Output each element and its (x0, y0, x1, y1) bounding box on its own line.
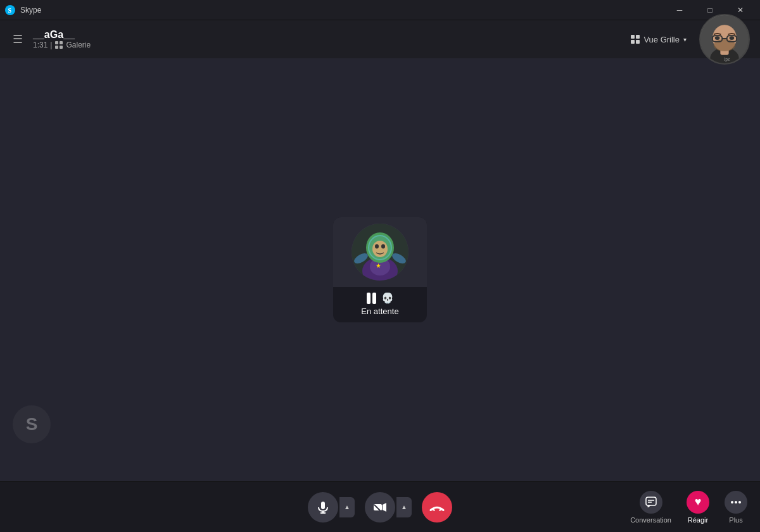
header-left: ☰ __aGa__ 1:31 | Galerie (10, 29, 91, 49)
call-header: ☰ __aGa__ 1:31 | Galerie (0, 20, 760, 58)
conversation-button[interactable]: Conversation (630, 491, 671, 524)
user-avatar-inner: ipz (700, 15, 749, 63)
mic-chevron-button[interactable]: ▲ (339, 497, 355, 517)
mic-group: ▲ (308, 492, 355, 522)
participant-avatar-svg: ★ (352, 224, 408, 281)
end-call-button[interactable] (422, 492, 452, 522)
chevron-down-icon: ▾ (683, 36, 687, 43)
svg-point-37 (731, 501, 733, 504)
skull-icon: 💀 (381, 292, 394, 304)
toolbar-center: ▲ ▲ (308, 492, 452, 522)
skype-watermark: S (13, 405, 51, 443)
svg-rect-5 (60, 46, 63, 49)
svg-point-22 (372, 241, 388, 257)
svg-rect-4 (55, 46, 58, 49)
end-call-icon (429, 500, 445, 515)
svg-point-38 (735, 501, 737, 504)
avatar-svg: ipz (700, 14, 749, 65)
titlebar-left: S Skype (5, 5, 41, 15)
svg-point-14 (715, 36, 720, 40)
svg-rect-2 (55, 41, 58, 44)
header-right: Vue Grille ▾ (626, 14, 750, 65)
svg-rect-34 (646, 497, 656, 505)
svg-rect-3 (60, 41, 63, 44)
toolbar-right: Conversation ♥ Réagir Plus (452, 491, 747, 524)
react-icon: ♥ (687, 491, 709, 514)
pause-bar-left (367, 293, 370, 304)
call-info: __aGa__ 1:31 | Galerie (33, 29, 91, 49)
gallery-label: Galerie (66, 41, 91, 49)
video-chevron-button[interactable]: ▲ (396, 497, 412, 517)
call-content: ★ 💀 En attente S (0, 58, 760, 481)
participant-status-row: 💀 (359, 287, 402, 307)
conversation-label: Conversation (630, 516, 671, 524)
view-label: Vue Grille (643, 35, 680, 44)
mic-button[interactable] (308, 492, 338, 522)
divider: | (50, 41, 52, 49)
pause-bar-right (372, 293, 376, 304)
participant-avatar-area: ★ (333, 217, 427, 287)
svg-text:ipz: ipz (724, 56, 730, 62)
view-grille-button[interactable]: Vue Grille ▾ (626, 32, 692, 47)
mic-icon (316, 500, 330, 514)
pause-icon (367, 293, 376, 304)
main-area: ☰ __aGa__ 1:31 | Galerie (0, 20, 760, 532)
menu-button[interactable]: ☰ (10, 30, 25, 49)
video-icon (373, 500, 387, 514)
more-icon (725, 491, 747, 514)
react-label: Réagir (688, 516, 708, 524)
svg-point-15 (730, 36, 735, 40)
skype-titlebar-icon: S (5, 5, 15, 15)
conversation-icon (640, 491, 662, 514)
call-meta: 1:31 | Galerie (33, 41, 91, 49)
svg-text:★: ★ (376, 262, 381, 269)
svg-point-39 (738, 501, 741, 504)
svg-marker-32 (383, 503, 386, 512)
end-call-group (422, 492, 452, 522)
heart-icon: ♥ (695, 495, 702, 509)
participant-avatar-circle: ★ (352, 224, 408, 281)
svg-point-24 (381, 244, 385, 249)
titlebar-title: Skype (20, 6, 41, 15)
gallery-icon (54, 41, 63, 49)
participant-card: ★ 💀 En attente (333, 217, 427, 322)
react-button[interactable]: ♥ Réagir (687, 491, 709, 524)
user-avatar: ipz (699, 14, 750, 65)
more-label: Plus (729, 516, 742, 524)
call-timer: 1:31 (33, 41, 48, 49)
video-group: ▲ (365, 492, 412, 522)
participant-status-text: En attente (361, 307, 398, 322)
video-button[interactable] (365, 492, 395, 522)
ellipsis-icon (730, 496, 742, 509)
svg-point-23 (375, 244, 379, 249)
chat-icon (645, 496, 657, 509)
call-name: __aGa__ (33, 29, 91, 41)
bottom-toolbar: ▲ ▲ (0, 481, 760, 532)
grid-icon (631, 35, 640, 44)
svg-text:S: S (8, 7, 12, 14)
more-button[interactable]: Plus (725, 491, 747, 524)
svg-rect-28 (321, 502, 325, 509)
skype-logo-letter: S (26, 414, 38, 434)
